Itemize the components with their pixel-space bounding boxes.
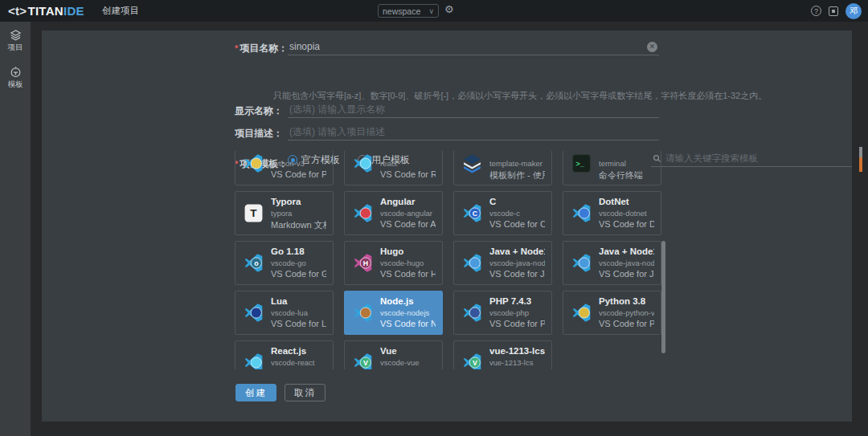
sidebar-item-label: 项目 — [8, 43, 23, 53]
sidebar-item-label: 模板 — [8, 79, 23, 90]
template-card-subtitle: terminal — [599, 159, 654, 169]
template-card[interactable]: Java + Node10 vscode-java-node10 VS Code… — [453, 241, 552, 285]
template-card-subtitle: vscode-c — [489, 209, 545, 218]
vscode-logo-icon: V — [353, 352, 373, 369]
template-card-subtitle: vscode-go — [271, 259, 326, 268]
template-card-desc: VS Code for C — [489, 219, 545, 230]
template-circle-icon — [10, 66, 22, 78]
template-card[interactable]: React.js vscode-react — [235, 340, 334, 369]
template-card-subtitle: template-maker — [489, 159, 545, 169]
page-scrollbar-thumb[interactable] — [859, 147, 862, 157]
projects-layers-icon — [10, 29, 22, 41]
template-card-desc: VS Code for Go 1.18 — [271, 269, 326, 280]
template-card-title — [271, 151, 326, 159]
description-row: 项目描述： — [235, 126, 659, 141]
template-card-desc: VS Code for React.js — [380, 169, 436, 181]
template-card-desc: VS Code for DotNet — [599, 219, 654, 230]
template-card[interactable]: Angular vscode-angular VS Code for Angul… — [344, 191, 443, 235]
workspace-select[interactable]: newspace ∨ — [378, 4, 439, 18]
template-card[interactable]: >_ terminal 命令行终端 — [563, 151, 661, 185]
template-card-desc: 模板制作 - 使用 Tem... — [489, 169, 545, 181]
vscode-logo-icon — [571, 253, 592, 273]
template-card-desc — [489, 369, 545, 370]
template-card-subtitle: vscode-react — [271, 358, 326, 368]
template-card-title — [599, 151, 654, 159]
template-card[interactable]: V Vue vscode-vue — [344, 340, 443, 369]
template-card-title: C — [489, 197, 545, 209]
description-input[interactable] — [289, 126, 657, 137]
sidebar-item-projects[interactable]: 项目 — [0, 22, 31, 59]
template-card-desc: VS Code for Java + ... — [489, 269, 545, 280]
clear-circle-icon[interactable]: ✕ — [647, 42, 657, 52]
template-card[interactable]: C C vscode-c VS Code for C — [453, 191, 552, 235]
svg-text:>_: >_ — [575, 160, 584, 168]
template-card-desc: VS Code for Java + ... — [599, 269, 654, 280]
page-scrollbar-highlight[interactable] — [859, 157, 862, 172]
template-card-desc: 命令行终端 — [599, 169, 654, 181]
template-grid-scrollbar[interactable] — [661, 241, 665, 353]
vscode-logo-icon — [353, 153, 373, 173]
template-card-title — [380, 151, 436, 159]
project-name-row: *项目名称： ✕ — [235, 41, 659, 55]
template-card[interactable]: react VS Code for React.js — [344, 151, 443, 185]
template-card[interactable]: DotNet vscode-dotnet VS Code for DotNet — [563, 191, 661, 235]
template-card[interactable]: python-v3 VS Code for Python — [235, 151, 334, 185]
project-name-hint: 只能包含小写字母[a-z]、数字[0-9]、破折号[-]，必须以小写字母开头，必… — [273, 90, 804, 102]
template-card-title: Python 3.8 — [599, 296, 654, 308]
template-card-desc — [380, 369, 436, 370]
template-card-desc: VS Code for Python — [271, 169, 326, 181]
template-card-subtitle: vscode-php — [489, 308, 545, 318]
cancel-button[interactable]: 取消 — [285, 384, 326, 401]
template-search — [651, 153, 852, 167]
template-card-title: Go 1.18 — [271, 247, 326, 259]
vscode-logo-icon — [462, 253, 482, 273]
template-card-subtitle: python-v3 — [271, 159, 326, 169]
template-card[interactable]: Python 3.8 vscode-python-v3 VS Code for … — [563, 291, 661, 335]
template-card[interactable]: H Hugo vscode-hugo VS Code for Hugo — [344, 241, 443, 285]
svg-text:o: o — [254, 259, 259, 267]
layers-icon — [462, 153, 482, 173]
vscode-logo-icon — [244, 153, 264, 173]
template-card-title: DotNet — [599, 197, 654, 209]
template-card[interactable]: V vue-1213-lcs vue-1213-lcs — [453, 340, 552, 369]
help-icon[interactable]: ? — [811, 6, 821, 16]
project-name-input[interactable] — [289, 41, 647, 52]
template-card[interactable]: o Go 1.18 vscode-go VS Code for Go 1.18 — [235, 241, 334, 285]
vscode-logo-icon — [571, 303, 592, 323]
display-name-input[interactable] — [289, 104, 657, 115]
template-card[interactable]: template-maker 模板制作 - 使用 Tem... — [453, 151, 552, 185]
vscode-logo-icon — [462, 303, 482, 323]
template-search-input[interactable] — [665, 153, 850, 163]
vscode-logo-icon — [353, 303, 373, 323]
logo-ide: IDE — [63, 4, 84, 18]
page-title: 创建项目 — [102, 5, 139, 17]
vscode-logo-icon — [244, 352, 264, 369]
template-card-subtitle: vscode-angular — [380, 209, 436, 218]
vscode-logo-icon — [244, 303, 264, 323]
template-card-subtitle: vscode-hugo — [380, 259, 436, 268]
vscode-logo-icon: C — [462, 203, 482, 223]
template-card[interactable]: T Typora typora Markdown 文档编写... — [235, 191, 334, 235]
template-card-subtitle: vscode-dotnet — [599, 209, 654, 218]
template-card-desc: VS Code for Node.js — [380, 319, 436, 330]
create-project-panel: *项目名称： ✕ 只能包含小写字母[a-z]、数字[0-9]、破折号[-]，必须… — [42, 31, 852, 422]
template-card[interactable]: PHP 7.4.3 vscode-php VS Code for PHP — [453, 291, 552, 335]
template-card-subtitle: vue-1213-lcs — [489, 358, 545, 368]
template-card-subtitle: vscode-vue — [380, 358, 436, 368]
console-icon[interactable] — [829, 6, 838, 16]
gear-icon[interactable]: ⚙ — [444, 3, 454, 15]
vscode-logo-icon: H — [353, 253, 373, 273]
topbar-right: ? 邓 — [811, 0, 862, 22]
template-card[interactable]: Java + Node16 vscode-java-node16 VS Code… — [563, 241, 661, 285]
create-button[interactable]: 创建 — [235, 384, 276, 401]
template-card[interactable]: Lua vscode-lua VS Code for Lua — [235, 291, 334, 335]
template-card-title: Hugo — [380, 247, 436, 259]
template-card-title: vue-1213-lcs — [489, 346, 545, 358]
template-card[interactable]: Node.js vscode-nodejs VS Code for Node.j… — [344, 291, 443, 335]
terminal-icon: >_ — [571, 153, 592, 173]
svg-text:H: H — [363, 259, 368, 267]
app-logo[interactable]: <t>TITANIDE — [8, 4, 84, 18]
avatar[interactable]: 邓 — [845, 3, 862, 19]
template-grid-cards: python-v3 VS Code for Python react VS Co… — [235, 151, 658, 369]
sidebar-item-templates[interactable]: 模板 — [0, 59, 31, 96]
